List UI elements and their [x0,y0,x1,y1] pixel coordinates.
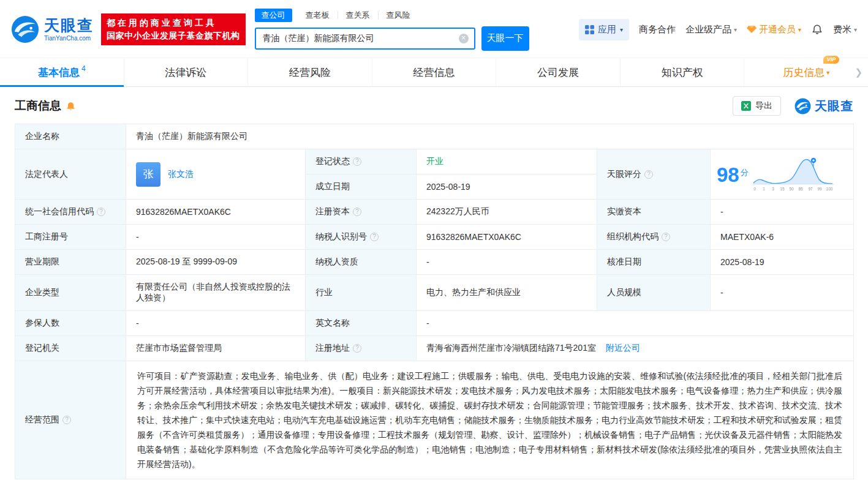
business-term-value: 2025-08-19 至 9999-09-09 [126,250,306,275]
staff-scale-value: - [711,275,854,311]
nav-open-vip[interactable]: 开通会员 ▾ [747,24,801,36]
address-label-cell: 注册地址 [306,336,417,361]
reg-status-label-cell: 登记状态 [306,149,417,174]
english-name-label: 英文名称 [306,311,417,336]
business-info-table: 企业名称 青油（茫崖）新能源有限公司 法定代表人 张 张文浩 登记状态 开业 天… [15,124,854,479]
help-icon[interactable] [353,208,361,216]
search-area: 查公司 查老板 查关系 查风险 × 天眼一下 [255,9,529,51]
score-axis-tick: 15 [780,187,785,191]
tab-company-development-label: 公司发展 [537,66,579,80]
score-label: 天眼评分 [607,169,641,179]
help-icon[interactable] [353,157,361,166]
apps-menu-label: 应用 [598,24,616,36]
company-name-label: 企业名称 [15,124,126,149]
apps-grid-icon [585,25,594,34]
reg-capital-label-cell: 注册资本 [306,200,417,225]
score-axis-tick: 3 [772,187,774,191]
search-tabs: 查公司 查老板 查关系 查风险 [255,9,529,22]
address-value: 青海省海西州茫崖市冷湖镇团结路71号201室 [426,343,596,353]
search-tab-company[interactable]: 查公司 [255,9,292,22]
registry-label: 登记机关 [15,336,126,361]
search-input[interactable] [263,34,459,43]
org-code-value: MAETX0AK-6 [711,225,854,250]
legal-rep-name-link[interactable]: 张文浩 [168,169,194,180]
tab-basic-info[interactable]: 基本信息 4 [0,58,124,86]
clear-search-icon[interactable]: × [459,34,469,43]
table-row: 工商注册号 - 纳税人识别号 91632826MAETX0AK6C 组织机构代码… [15,225,854,250]
business-info-section-header: 工商信息 导出 天眼查 [0,87,868,122]
score-label-cell: 天眼评分 [597,149,711,200]
approve-date-label: 核准日期 [597,250,711,275]
industry-value: 电力、热力生产和供应业 [417,275,597,311]
nav-user-name: 费米 [833,24,851,36]
monitor-bell-icon[interactable] [66,101,76,111]
legal-rep-avatar[interactable]: 张 [136,162,160,187]
nav-enterprise-products-label: 企业级产品 [685,24,731,36]
promo-line-1: 都在用的商业查询工具 [107,17,240,29]
tab-history-info[interactable]: 历史信息 ▾ VIP [744,58,868,86]
score-value: 98 分 [717,165,749,185]
help-icon[interactable] [644,170,653,179]
table-row: 法定代表人 张 张文浩 登记状态 开业 天眼评分 98 分 [15,149,854,174]
tab-history-info-label: 历史信息 [783,66,825,80]
vip-badge: VIP [823,56,840,64]
search-button[interactable]: 天眼一下 [481,26,529,51]
help-icon[interactable] [353,344,361,353]
search-tab-relation[interactable]: 查关系 [338,11,379,19]
score-cell[interactable]: 98 分 0 1 3 15 50 [711,149,854,200]
search-tab-risk[interactable]: 查风险 [379,11,418,19]
tab-legal-proceedings-label: 法律诉讼 [165,66,206,80]
tianyancha-logo[interactable]: 天眼查 TianYanCha.com [11,15,94,43]
tabbar-scroll-right-icon[interactable]: ❯ [850,58,867,86]
scope-value: 许可项目：矿产资源勘查；发电业务、输电业务、供（配）电业务；建设工程施工；供暖服… [126,361,854,479]
table-row: 企业名称 青油（茫崖）新能源有限公司 [15,124,854,149]
notification-bell-icon[interactable] [811,23,823,36]
reg-capital-value: 242322万人民币 [417,200,597,225]
nav-open-vip-label: 开通会员 [759,24,796,36]
company-type-value: 有限责任公司（非自然人投资或控股的法人独资） [126,275,306,311]
tab-operation-info[interactable]: 经营信息 [372,58,496,86]
apps-menu[interactable]: 应用 ▾ [579,19,629,40]
tab-operation-risk[interactable]: 经营风险 [247,58,372,86]
search-tab-boss[interactable]: 查老板 [298,11,338,19]
approve-date-value: 2025-08-19 [711,250,854,275]
tab-count-badge: 4 [81,64,86,73]
export-button[interactable]: 导出 [733,96,781,116]
establish-date-label: 成立日期 [306,174,417,200]
establish-date-value: 2025-08-19 [417,174,597,200]
legal-rep-cell: 张 张文浩 [126,149,306,200]
export-button-label: 导出 [755,100,772,111]
score-axis-tick: 100 [826,187,832,191]
tab-legal-proceedings[interactable]: 法律诉讼 [124,58,248,86]
credit-code-label-cell: 统一社会信用代码 [15,200,126,225]
registry-value: 茫崖市市场监督管理局 [126,336,306,361]
promo-line-2: 国家中小企业发展子基金旗下机构 [107,29,240,42]
nav-business-cooperation[interactable]: 商务合作 [639,24,676,36]
logo-brand-text: 天眼查 [44,17,94,33]
nav-enterprise-products[interactable]: 企业级产品 ▾ [685,24,737,36]
help-icon[interactable] [662,233,670,241]
help-icon[interactable] [370,233,379,241]
help-icon[interactable] [62,416,71,424]
top-navigation: 应用 ▾ 商务合作 企业级产品 ▾ 开通会员 ▾ 费米 ▾ [579,19,857,40]
help-icon[interactable] [97,208,105,216]
insured-num-value: - [126,311,306,336]
nearby-companies-link[interactable]: 附近公司 [606,343,640,353]
tab-intellectual-property-label: 知识产权 [662,66,703,80]
tab-company-development[interactable]: 公司发展 [496,58,620,86]
score-axis-tick: 1 [763,187,765,191]
chevron-down-icon: ▾ [854,26,857,33]
credit-code-value: 91632826MAETX0AK6C [126,200,306,225]
tab-operation-info-label: 经营信息 [413,66,455,80]
watermark-brand-text: 天眼查 [815,98,853,114]
chevron-down-icon: ▾ [826,69,829,76]
excel-export-icon [741,101,751,111]
score-axis-tick: 50 [789,187,794,191]
nav-user-menu[interactable]: 费米 ▾ [833,24,857,36]
legal-rep-label: 法定代表人 [15,149,126,200]
company-name-value: 青油（茫崖）新能源有限公司 [126,124,854,149]
taxpayer-quality-label: 纳税人资质 [306,250,417,275]
score-axis-tick: 97 [808,187,813,191]
tab-intellectual-property[interactable]: 知识产权 [620,58,744,86]
section-title: 工商信息 [15,98,61,114]
